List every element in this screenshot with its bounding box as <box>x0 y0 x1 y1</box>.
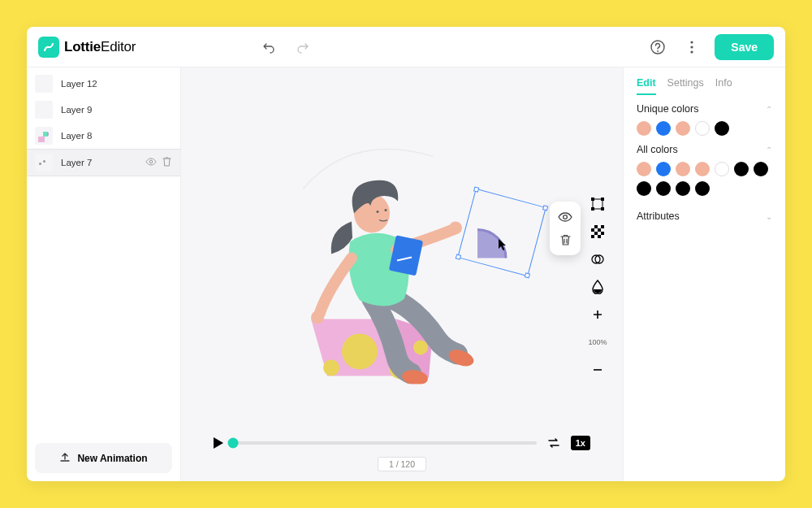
unique-colors-label: Unique colors <box>637 103 698 115</box>
eye-icon[interactable] <box>145 156 157 169</box>
selection-context-popup <box>550 202 581 255</box>
tab-settings[interactable]: Settings <box>667 77 704 95</box>
layer-item[interactable]: Layer 8 <box>27 123 180 149</box>
fill-tool[interactable] <box>587 276 608 297</box>
layer-label: Layer 12 <box>61 79 172 89</box>
brand-logo[interactable]: LottieEditor <box>38 37 136 58</box>
layer-item[interactable]: Layer 9 <box>27 97 180 123</box>
loop-button[interactable] <box>546 437 561 449</box>
visibility-toggle-button[interactable] <box>555 206 576 228</box>
new-animation-button[interactable]: New Animation <box>35 443 172 473</box>
trash-icon[interactable] <box>162 156 172 169</box>
color-swatch[interactable] <box>637 181 651 196</box>
color-swatch[interactable] <box>637 121 651 136</box>
svg-rect-32 <box>591 232 594 235</box>
color-swatch[interactable] <box>676 181 690 196</box>
color-swatch[interactable] <box>676 162 690 176</box>
layer-thumbnail <box>35 127 53 145</box>
svg-point-21 <box>564 215 568 219</box>
svg-point-20 <box>385 208 387 211</box>
color-swatch[interactable] <box>695 181 710 196</box>
frame-counter[interactable]: 1 / 120 <box>378 457 426 471</box>
app-window: LottieEditor Save <box>27 27 785 481</box>
timeline: 1x 1 / 120 <box>181 429 623 481</box>
all-colors-swatches <box>637 162 772 196</box>
help-button[interactable] <box>646 36 669 59</box>
speed-button[interactable]: 1x <box>571 436 590 450</box>
color-swatch[interactable] <box>676 121 690 136</box>
unique-colors-header[interactable]: Unique colors ⌃ <box>637 103 772 115</box>
timeline-track[interactable] <box>233 441 537 445</box>
upload-icon <box>59 451 71 465</box>
transform-tool[interactable] <box>587 193 608 215</box>
svg-rect-29 <box>598 225 601 228</box>
svg-rect-33 <box>598 232 601 235</box>
svg-point-2 <box>691 41 693 43</box>
svg-rect-5 <box>38 137 45 142</box>
color-swatch[interactable] <box>715 162 729 176</box>
layers-sidebar: Layer 12 Layer 9 Layer 8 Layer 7 <box>27 67 181 481</box>
color-swatch[interactable] <box>715 121 729 136</box>
transparency-tool[interactable] <box>587 221 608 242</box>
color-swatch[interactable] <box>695 162 710 176</box>
color-swatch[interactable] <box>695 121 710 136</box>
tab-info[interactable]: Info <box>715 77 732 95</box>
svg-rect-26 <box>601 207 604 211</box>
delete-button[interactable] <box>555 229 576 250</box>
cursor-icon <box>498 238 508 251</box>
layer-item[interactable]: Layer 12 <box>27 71 180 97</box>
tab-edit[interactable]: Edit <box>637 77 656 95</box>
all-colors-header[interactable]: All colors ⌃ <box>637 144 772 155</box>
zoom-out-button[interactable] <box>587 359 608 380</box>
color-swatch[interactable] <box>656 121 671 136</box>
canvas-tools: 100% <box>587 193 608 380</box>
layer-thumbnail <box>35 154 53 172</box>
zoom-percent[interactable]: 100% <box>587 332 608 353</box>
inspector-panel: Edit Settings Info Unique colors ⌃ All c… <box>623 67 785 481</box>
svg-rect-30 <box>594 228 598 232</box>
brand-text: LottieEditor <box>64 39 136 55</box>
zoom-in-button[interactable] <box>587 304 608 325</box>
layer-item-selected[interactable]: Layer 7 <box>27 149 180 176</box>
svg-point-16 <box>449 221 462 234</box>
svg-point-8 <box>149 160 153 163</box>
svg-point-12 <box>413 340 428 354</box>
undo-button[interactable] <box>257 36 280 59</box>
attributes-header[interactable]: Attributes ⌄ <box>637 211 772 222</box>
new-animation-label: New Animation <box>77 453 147 464</box>
svg-rect-31 <box>601 228 604 232</box>
redo-button[interactable] <box>292 36 314 59</box>
svg-point-1 <box>657 50 659 52</box>
chevron-up-icon: ⌃ <box>766 145 772 154</box>
layer-label: Layer 9 <box>61 105 172 115</box>
timeline-handle[interactable] <box>228 438 239 449</box>
contrast-tool[interactable] <box>587 249 608 270</box>
unique-colors-swatches <box>637 121 772 136</box>
color-swatch[interactable] <box>656 162 671 176</box>
svg-rect-24 <box>601 198 604 201</box>
color-swatch[interactable] <box>656 181 671 196</box>
chevron-down-icon: ⌄ <box>766 212 772 221</box>
layer-label: Layer 7 <box>61 158 137 167</box>
animation-preview <box>270 124 514 384</box>
svg-rect-35 <box>601 235 604 238</box>
color-swatch[interactable] <box>754 162 768 176</box>
layer-thumbnail <box>35 75 53 93</box>
more-menu-button[interactable] <box>680 36 703 59</box>
chevron-up-icon: ⌃ <box>766 105 772 114</box>
color-swatch[interactable] <box>734 162 749 176</box>
canvas-area: 100% 1x 1 / 120 <box>181 67 623 481</box>
canvas[interactable]: 100% <box>181 67 623 429</box>
layer-thumbnail <box>35 101 53 119</box>
color-swatch[interactable] <box>637 162 651 176</box>
save-button[interactable]: Save <box>715 34 774 60</box>
svg-rect-23 <box>591 198 594 201</box>
play-button[interactable] <box>214 437 223 449</box>
svg-point-19 <box>377 210 379 212</box>
svg-point-11 <box>323 359 339 376</box>
top-toolbar: LottieEditor Save <box>27 27 785 67</box>
all-colors-label: All colors <box>637 144 678 155</box>
svg-rect-7 <box>43 132 47 137</box>
inspector-tabs: Edit Settings Info <box>637 77 772 95</box>
svg-point-9 <box>342 333 378 369</box>
